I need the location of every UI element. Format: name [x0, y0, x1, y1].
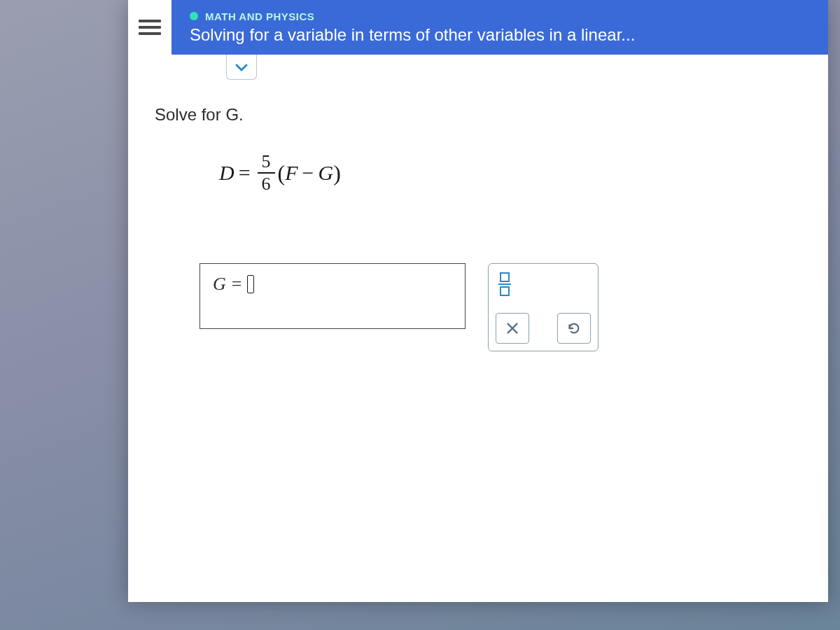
answer-variable: G: [213, 274, 226, 295]
category-label: MATH AND PHYSICS: [205, 10, 314, 22]
fraction-icon-bar: [498, 284, 511, 285]
answer-equals: =: [232, 274, 242, 295]
undo-icon: [566, 321, 582, 336]
input-cursor-icon: [247, 275, 254, 293]
answer-input[interactable]: G =: [200, 263, 465, 329]
paren-left: (: [278, 160, 286, 186]
menu-button[interactable]: [128, 0, 172, 55]
problem-prompt: Solve for G.: [155, 105, 807, 125]
lesson-title: Solving for a variable in terms of other…: [190, 25, 635, 45]
reset-button[interactable]: [557, 313, 591, 344]
chevron-down-icon: [234, 62, 248, 72]
minus-sign: −: [302, 161, 314, 185]
equation-lhs: D: [219, 161, 234, 185]
equals-sign: =: [239, 161, 251, 185]
hamburger-icon: [139, 16, 161, 38]
equation-display: D = 5 6 ( F − G ): [219, 153, 807, 193]
status-dot-icon: [190, 12, 198, 20]
equation-term2: G: [318, 161, 334, 185]
fraction-numerator: 5: [258, 153, 275, 174]
collapse-toggle[interactable]: [226, 55, 257, 80]
fraction-tool-button[interactable]: [498, 272, 511, 296]
fraction: 5 6: [258, 153, 275, 193]
fraction-denominator: 6: [258, 174, 275, 193]
tool-panel: [488, 263, 598, 351]
header-bar: MATH AND PHYSICS Solving for a variable …: [128, 0, 828, 55]
clear-button[interactable]: [496, 313, 529, 344]
fraction-icon-bottom: [500, 286, 510, 296]
content-area: Solve for G. D = 5 6 ( F − G ) G =: [128, 55, 828, 602]
close-icon: [505, 321, 520, 336]
app-window: MATH AND PHYSICS Solving for a variable …: [128, 0, 828, 602]
fraction-icon-top: [500, 272, 510, 282]
paren-right: ): [333, 160, 341, 186]
equation-term1: F: [285, 161, 298, 185]
